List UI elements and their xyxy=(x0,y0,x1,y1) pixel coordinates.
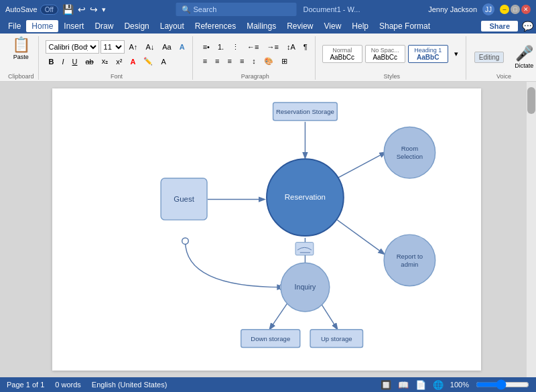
menu-item-file[interactable]: File xyxy=(3,20,26,32)
menu-item-references[interactable]: References xyxy=(190,20,241,32)
decrease-font-button[interactable]: A↓ xyxy=(142,41,157,53)
user-avatar[interactable]: JJ xyxy=(482,3,494,15)
multilevel-list-button[interactable]: ⋮ xyxy=(228,41,243,54)
increase-font-button[interactable]: A↑ xyxy=(126,41,141,53)
para-row-2: ≡ ≡ ≡ ≡ ↕ 🎨 ⊞ xyxy=(200,55,311,68)
underline-button[interactable]: U xyxy=(69,56,81,68)
diagram-svg: Reservation Storage Reservation Guest Ro… xyxy=(52,88,481,371)
dictate-label: Dictate xyxy=(515,62,533,69)
svg-rect-21 xyxy=(295,243,314,255)
web-layout-icon[interactable]: 🌐 xyxy=(433,380,444,390)
subscript-button[interactable]: x₂ xyxy=(98,55,112,68)
word-count: 0 words xyxy=(55,381,81,389)
doc-area: Reservation Storage Reservation Guest Ro… xyxy=(0,82,527,377)
undo-icon[interactable]: ↩ xyxy=(78,4,86,15)
menu-right: Share 💬 xyxy=(481,21,533,31)
paste-icon: 📋 xyxy=(12,36,30,54)
italic-button[interactable]: I xyxy=(58,56,67,68)
menu-item-help[interactable]: Help xyxy=(346,20,374,32)
show-formatting-button[interactable]: ¶ xyxy=(300,41,311,53)
bullets-button[interactable]: ≡• xyxy=(200,41,213,53)
highlight-button[interactable]: ✏️ xyxy=(140,55,156,68)
font-row-1: Calibri (Body) 11 A↑ A↓ Aa A xyxy=(46,40,188,54)
numbering-button[interactable]: 1. xyxy=(214,41,227,53)
menu-item-home[interactable]: Home xyxy=(26,20,58,32)
menu-item-review[interactable]: Review xyxy=(281,20,318,32)
svg-text:Reservation Storage: Reservation Storage xyxy=(276,108,334,115)
status-bar: Page 1 of 1 0 words English (United Stat… xyxy=(0,377,536,392)
align-left-button[interactable]: ≡ xyxy=(200,55,210,67)
search-box[interactable]: 🔍 Search xyxy=(176,3,297,16)
text-effects-button[interactable]: A xyxy=(176,41,188,53)
editing-label[interactable]: Editing xyxy=(474,52,505,63)
style-heading1[interactable]: Heading 1 AaBbC xyxy=(408,45,448,63)
read-mode-icon[interactable]: 📖 xyxy=(398,380,409,390)
window-buttons: – □ ✕ xyxy=(500,5,531,14)
language: English (United States) xyxy=(92,381,168,389)
font-color-button[interactable]: A xyxy=(127,56,139,68)
justify-button[interactable]: ≡ xyxy=(237,55,247,67)
search-icon: 🔍 xyxy=(182,5,191,14)
redo-icon[interactable]: ↪ xyxy=(90,4,98,15)
svg-text:Up storage: Up storage xyxy=(321,335,352,342)
font-family-select[interactable]: Calibri (Body) xyxy=(46,40,99,54)
clipboard-label: Clipboard xyxy=(8,73,34,80)
align-right-button[interactable]: ≡ xyxy=(224,55,234,67)
zoom-slider[interactable] xyxy=(476,379,529,390)
menu-item-draw[interactable]: Draw xyxy=(89,20,119,32)
paragraph-label: Paragraph xyxy=(241,73,269,80)
comment-icon[interactable]: 💬 xyxy=(522,21,533,31)
change-case-button[interactable]: Aa xyxy=(159,41,174,53)
doc-page: Reservation Storage Reservation Guest Ro… xyxy=(52,88,481,371)
svg-line-3 xyxy=(337,220,384,254)
paste-button[interactable]: 📋 Paste xyxy=(12,36,30,60)
strikethrough-button[interactable]: ab xyxy=(82,56,97,68)
user-name: Jenny Jackson xyxy=(428,5,477,13)
dictate-icon[interactable]: 🎤 xyxy=(515,45,533,62)
sort-button[interactable]: ↕A xyxy=(283,41,299,53)
save-icon[interactable]: 💾 xyxy=(62,4,74,15)
restore-button[interactable]: □ xyxy=(511,5,520,14)
svg-text:admin: admin xyxy=(401,261,418,268)
borders-button[interactable]: ⊞ xyxy=(278,55,291,68)
menu-item-shapeformat[interactable]: Shape Format xyxy=(374,20,436,32)
font-size-select[interactable]: 11 xyxy=(100,40,125,54)
autosave-toggle[interactable]: Off xyxy=(40,5,58,15)
increase-indent-button[interactable]: →≡ xyxy=(264,41,282,53)
print-layout-icon[interactable]: 📄 xyxy=(415,380,426,390)
align-center-button[interactable]: ≡ xyxy=(212,55,222,67)
clipboard-group: 📋 Paste Clipboard xyxy=(4,36,39,80)
superscript-button[interactable]: x² xyxy=(113,56,125,68)
styles-group: Normal AaBbCc No Spac... AaBbCc Heading … xyxy=(318,36,466,80)
font-group-label: Font xyxy=(111,73,123,80)
text-color-button[interactable]: A xyxy=(157,56,169,68)
styles-expand-button[interactable]: ▾ xyxy=(451,48,462,60)
bold-button[interactable]: B xyxy=(46,56,58,68)
svg-text:Room: Room xyxy=(401,145,419,152)
svg-text:Selection: Selection xyxy=(397,153,423,160)
zoom-level: 100% xyxy=(450,381,469,389)
focus-icon[interactable]: 🔲 xyxy=(381,380,391,390)
minimize-button[interactable]: – xyxy=(500,5,509,14)
menu-item-mailings[interactable]: Mailings xyxy=(241,20,281,32)
menu-bar: File Home Insert Draw Design Layout Refe… xyxy=(0,19,536,34)
shading-button[interactable]: 🎨 xyxy=(261,55,277,68)
share-button[interactable]: Share xyxy=(481,21,518,31)
line-spacing-button[interactable]: ↕ xyxy=(249,55,259,67)
doc-scroll-wrap: Reservation Storage Reservation Guest Ro… xyxy=(0,82,536,377)
voice-label: Voice xyxy=(496,73,511,80)
doc-title: Document1 - W... xyxy=(304,5,360,13)
close-button[interactable]: ✕ xyxy=(521,5,531,14)
menu-item-design[interactable]: Design xyxy=(119,20,154,32)
style-normal[interactable]: Normal AaBbCc xyxy=(322,45,362,63)
style-no-spacing[interactable]: No Spac... AaBbCc xyxy=(365,45,405,63)
title-center: 🔍 Search Document1 - W... xyxy=(176,3,360,16)
menu-item-view[interactable]: View xyxy=(319,20,347,32)
decrease-indent-button[interactable]: ←≡ xyxy=(244,41,262,53)
menu-item-insert[interactable]: Insert xyxy=(58,20,89,32)
vertical-scrollbar[interactable] xyxy=(527,82,536,377)
page-info: Page 1 of 1 xyxy=(7,381,44,389)
paste-label: Paste xyxy=(13,54,29,60)
customize-icon[interactable]: ▾ xyxy=(102,5,106,14)
menu-item-layout[interactable]: Layout xyxy=(155,20,190,32)
